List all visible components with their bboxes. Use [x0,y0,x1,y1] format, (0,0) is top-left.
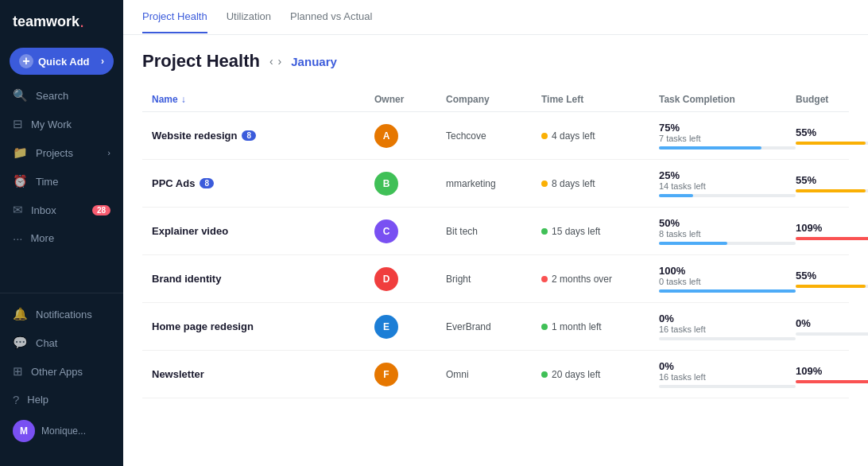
prev-month-button[interactable]: ‹ [269,55,273,68]
project-name[interactable]: PPC Ads8 [152,177,374,189]
time-left: 15 days left [541,226,653,237]
tab-utilization[interactable]: Utilization [227,1,271,33]
owner-avatar: D [374,267,398,291]
time-dot [541,181,548,187]
budget-percent: 109% [796,365,822,377]
budget-bar-bg [796,142,868,145]
sidebar-item-label: Projects [36,147,73,159]
top-nav: Project Health Utilization Planned vs Ac… [123,0,868,35]
sidebar-item-notifications[interactable]: 🔔 Notifications [0,300,123,328]
sidebar-item-other-apps[interactable]: ⊞ Other Apps [0,357,123,386]
task-percent: 0% [659,313,674,324]
task-completion-cell: 0% 16 tasks left [653,360,796,388]
task-percent: 25% [659,169,680,181]
owner-avatar: A [374,124,398,148]
task-completion-cell: 50% 8 tasks left [653,217,796,245]
budget-bar-bg [796,237,868,240]
time-left: 20 days left [541,369,653,380]
user-name: Monique... [41,425,86,437]
main-content: Project Health Utilization Planned vs Ac… [123,0,868,466]
col-header-budget: Budget [796,94,868,105]
time-dot [541,276,548,282]
help-icon: ? [13,393,19,406]
company-name: Bit tech [446,226,541,237]
month-navigation: ‹ › [269,55,281,68]
chevron-right-icon: › [107,148,110,157]
task-bar [659,242,727,245]
project-name[interactable]: Website redesign8 [152,130,374,142]
sidebar-item-label: Other Apps [31,366,83,378]
sidebar-item-search[interactable]: 🔍 Search [0,81,123,110]
col-header-time-left: Time Left [541,94,653,105]
content-area: Project Health ‹ › January Name ↓ Owner … [123,35,868,466]
budget-bar [796,380,868,383]
col-header-owner: Owner [374,94,446,105]
sidebar-item-projects[interactable]: 📁 Projects › [0,138,123,167]
owner-cell: A [374,124,446,148]
bell-icon: 🔔 [13,307,28,321]
sidebar-bottom: 🔔 Notifications 💬 Chat ⊞ Other Apps ? He… [0,293,123,455]
budget-percent: 109% [796,222,822,234]
tab-planned-vs-actual[interactable]: Planned vs Actual [290,1,372,33]
company-name: Techcove [446,130,541,142]
sidebar-item-inbox[interactable]: ✉ Inbox 28 [0,196,123,224]
project-name[interactable]: Home page redesign [152,320,374,332]
budget-cell: 55% 11h left [796,174,868,192]
chat-icon: 💬 [13,336,28,350]
tab-project-health[interactable]: Project Health [142,1,207,33]
task-bar-bg [659,289,796,293]
owner-cell: C [374,219,446,243]
sidebar-item-label: Chat [36,337,57,349]
col-header-company: Company [446,94,541,105]
project-name[interactable]: Brand identity [152,273,374,285]
sidebar-item-more[interactable]: ··· More [0,224,123,252]
budget-percent: 0% [796,317,811,329]
task-completion-cell: 0% 16 tasks left [653,313,796,340]
sidebar-item-label: Time [36,176,58,188]
budget-percent: 55% [796,174,816,186]
col-header-name[interactable]: Name ↓ [152,94,374,105]
budget-cell: 0% 24h left [796,317,868,336]
task-label: 14 tasks left [659,181,796,191]
company-name: Omni [446,369,541,380]
user-profile[interactable]: M Monique... [0,414,123,449]
budget-cell: 109% 3h over [796,222,868,240]
budget-bar-bg [796,332,868,336]
logo-dot: . [79,11,84,32]
sidebar-item-my-work[interactable]: ⊟ My Work [0,110,123,138]
next-month-button[interactable]: › [278,55,282,68]
owner-avatar: F [374,363,398,386]
sidebar-item-time[interactable]: ⏰ Time [0,167,123,196]
table-body: Website redesign8 A Techcove 4 days left… [142,112,849,398]
current-month: January [291,55,337,68]
task-label: 7 tasks left [659,134,796,143]
project-name[interactable]: Newsletter [152,368,374,380]
project-badge: 8 [200,178,214,188]
task-bar [659,194,693,197]
task-label: 16 tasks left [659,372,796,382]
task-label: 0 tasks left [659,277,796,286]
task-completion-cell: 100% 0 tasks left [653,265,796,293]
quick-add-button[interactable]: + Quick Add › [10,48,114,75]
owner-avatar: E [374,315,398,339]
task-label: 16 tasks left [659,324,796,334]
company-name: mmarketing [446,178,541,189]
budget-cell: 55% 11h left [796,270,868,288]
project-name[interactable]: Explainer video [152,225,374,237]
task-bar [659,146,761,150]
sidebar-item-chat[interactable]: 💬 Chat [0,328,123,357]
table-row: Newsletter F Omni 20 days left 0% 16 tas… [142,351,849,398]
budget-cell: 55% 11h left [796,126,868,145]
time-left: 2 months over [541,274,653,285]
sidebar-item-label: More [31,232,55,244]
sidebar-item-label: My Work [31,118,72,130]
budget-bar [796,142,866,145]
owner-avatar: B [374,172,398,196]
quick-add-label: Quick Add [38,56,90,68]
budget-cell: 109% 3h over [796,365,868,383]
budget-bar [796,237,868,240]
task-bar-bg [659,385,796,388]
sidebar-item-help[interactable]: ? Help [0,386,123,414]
sidebar: teamwork. + Quick Add › 🔍 Search ⊟ My Wo… [0,0,123,466]
inbox-badge: 28 [92,205,110,216]
